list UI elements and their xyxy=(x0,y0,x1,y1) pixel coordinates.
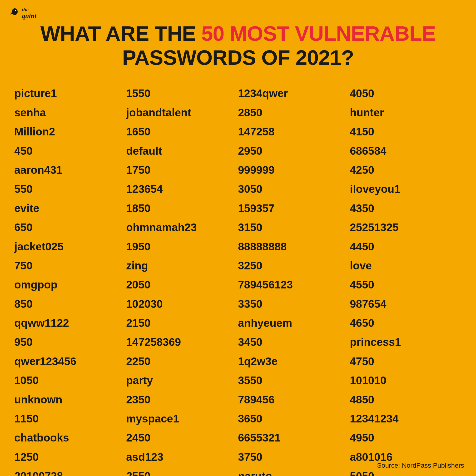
password-item: 1234qwer xyxy=(238,84,350,103)
password-item: picture1 xyxy=(14,84,126,103)
password-item: aaron431 xyxy=(14,160,126,179)
source-text: Source: NordPass Publishers xyxy=(377,462,464,469)
password-item: qqww1122 xyxy=(14,313,126,333)
password-item: 3250 xyxy=(238,256,350,275)
password-item: 1650 xyxy=(126,122,238,141)
password-item: chatbooks xyxy=(14,428,126,447)
password-item: 1950 xyxy=(126,237,238,256)
password-item: 2150 xyxy=(126,313,238,333)
password-item: qwer123456 xyxy=(14,352,126,371)
password-item: 2550 xyxy=(126,466,238,476)
password-item: 12341234 xyxy=(350,409,462,428)
password-item: princess1 xyxy=(350,333,462,352)
headline-line2: PASSWORDS OF 2021? xyxy=(14,46,462,69)
password-item: hunter xyxy=(350,103,462,122)
password-item: 999999 xyxy=(238,160,350,179)
password-item: Million2 xyxy=(14,122,126,141)
password-item: 686584 xyxy=(350,141,462,160)
headline: WHAT ARE THE 50 MOST VULNERABLE PASSWORD… xyxy=(0,21,476,69)
password-item: 650 xyxy=(14,218,126,237)
password-item: 4950 xyxy=(350,428,462,447)
password-item: 3350 xyxy=(238,294,350,313)
password-item: 2050 xyxy=(126,275,238,294)
password-item: 1750 xyxy=(126,160,238,179)
password-item: 1050 xyxy=(14,371,126,390)
password-item: 1850 xyxy=(126,199,238,218)
password-item: 1150 xyxy=(14,409,126,428)
password-item: 3750 xyxy=(238,447,350,466)
svg-point-2 xyxy=(15,10,17,11)
password-item: 4050 xyxy=(350,84,462,103)
password-item: 4750 xyxy=(350,352,462,371)
password-item: 4150 xyxy=(350,122,462,141)
password-item: zing xyxy=(126,256,238,275)
password-item: 3650 xyxy=(238,409,350,428)
password-item: 4550 xyxy=(350,275,462,294)
password-item: 101010 xyxy=(350,371,462,390)
password-item: 950 xyxy=(14,333,126,352)
password-item: 2350 xyxy=(126,390,238,409)
password-item: 789456 xyxy=(238,390,350,409)
password-item: iloveyou1 xyxy=(350,179,462,199)
password-item: 3150 xyxy=(238,218,350,237)
password-item: 3450 xyxy=(238,333,350,352)
password-item: 2450 xyxy=(126,428,238,447)
password-item: 147258369 xyxy=(126,333,238,352)
password-item: 2950 xyxy=(238,141,350,160)
logo-quint: quint xyxy=(22,12,36,20)
password-item: 550 xyxy=(14,179,126,199)
password-item: 450 xyxy=(14,141,126,160)
password-item: 123654 xyxy=(126,179,238,199)
password-item: unknown xyxy=(14,390,126,409)
password-item: 25251325 xyxy=(350,218,462,237)
password-item: party xyxy=(126,371,238,390)
password-item: naruto xyxy=(238,466,350,476)
headline-line1: WHAT ARE THE 50 MOST VULNERABLE xyxy=(14,21,462,46)
password-item: 4450 xyxy=(350,237,462,256)
password-item: jacket025 xyxy=(14,237,126,256)
logo-text: the quint xyxy=(22,7,36,20)
password-item: 88888888 xyxy=(238,237,350,256)
password-item: 1250 xyxy=(14,447,126,466)
password-item: 850 xyxy=(14,294,126,313)
password-item: ohmnamah23 xyxy=(126,218,238,237)
password-item: 2850 xyxy=(238,103,350,122)
password-column-2: 1550jobandtalent1650default1750123654185… xyxy=(126,84,238,476)
logo: the quint xyxy=(10,7,36,20)
password-item: evite xyxy=(14,199,126,218)
password-item: omgpop xyxy=(14,275,126,294)
password-item: 4250 xyxy=(350,160,462,179)
password-item: 6655321 xyxy=(238,428,350,447)
password-item: 987654 xyxy=(350,294,462,313)
password-item: senha xyxy=(14,103,126,122)
password-item: default xyxy=(126,141,238,160)
password-item: 3050 xyxy=(238,179,350,199)
logo-bird-icon xyxy=(10,8,20,18)
password-item: 102030 xyxy=(126,294,238,313)
password-grid: picture1senhaMillion2450aaron431550evite… xyxy=(14,84,462,476)
password-item: 20100728 xyxy=(14,466,126,476)
password-item: 789456123 xyxy=(238,275,350,294)
logo-the: the xyxy=(22,7,36,12)
svg-point-0 xyxy=(12,8,17,15)
password-item: 1550 xyxy=(126,84,238,103)
password-column-4: 4050hunter41506865844250iloveyou14350252… xyxy=(350,84,462,476)
password-item: 4850 xyxy=(350,390,462,409)
password-item: 1q2w3e xyxy=(238,352,350,371)
headline-highlight: 50 MOST VULNERABLE xyxy=(201,22,436,45)
password-item: 4350 xyxy=(350,199,462,218)
password-item: 750 xyxy=(14,256,126,275)
password-item: anhyeuem xyxy=(238,313,350,333)
password-item: 3550 xyxy=(238,371,350,390)
password-item: love xyxy=(350,256,462,275)
password-column-1: picture1senhaMillion2450aaron431550evite… xyxy=(14,84,126,476)
password-item: 4650 xyxy=(350,313,462,333)
password-item: 159357 xyxy=(238,199,350,218)
password-item: 147258 xyxy=(238,122,350,141)
password-item: 2250 xyxy=(126,352,238,371)
password-item: jobandtalent xyxy=(126,103,238,122)
password-item: myspace1 xyxy=(126,409,238,428)
password-column-3: 1234qwer28501472582950999999305015935731… xyxy=(238,84,350,476)
password-item: asd123 xyxy=(126,447,238,466)
